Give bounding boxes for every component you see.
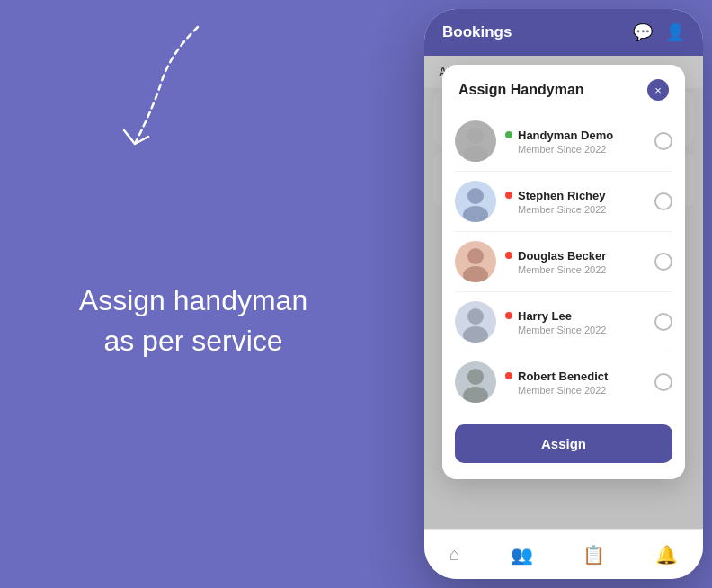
svg-point-2 xyxy=(467,188,484,204)
header-icons: 💬 👤 xyxy=(633,22,685,42)
handyman-name: Handyman Demo xyxy=(518,129,613,142)
avatar xyxy=(455,301,496,343)
svg-point-5 xyxy=(463,266,488,282)
radio-button[interactable] xyxy=(654,132,672,150)
hero-text: Assign handyman as per service xyxy=(79,281,307,361)
handyman-info: Stephen Richey Member Since 2022 xyxy=(505,189,645,215)
handyman-item[interactable]: Robert Benedict Member Since 2022 xyxy=(455,352,672,412)
handyman-name: Robert Benedict xyxy=(518,370,608,383)
handyman-info: Douglas Becker Member Since 2022 xyxy=(505,249,645,275)
handyman-info: Robert Benedict Member Since 2022 xyxy=(505,370,645,396)
member-since: Member Since 2022 xyxy=(505,325,645,335)
handyman-name: Harry Lee xyxy=(518,309,572,323)
svg-point-9 xyxy=(463,387,488,403)
handyman-item[interactable]: Douglas Becker Member Since 2022 xyxy=(455,232,672,292)
assign-modal: Assign Handyman × xyxy=(442,65,685,479)
modal-overlay: Assign Handyman × xyxy=(424,56,703,529)
modal-title: Assign Handyman xyxy=(458,82,584,98)
handyman-item[interactable]: Stephen Richey Member Since 2022 xyxy=(455,172,672,232)
radio-button[interactable] xyxy=(654,253,672,271)
status-dot-red xyxy=(505,252,512,259)
user-icon[interactable]: 👤 xyxy=(665,22,685,42)
svg-point-0 xyxy=(467,128,484,144)
phone-frame: Bookings 💬 👤 All ▼ Assign Handyman xyxy=(424,9,703,579)
status-dot-green xyxy=(505,131,512,138)
bookings-icon: 📋 xyxy=(583,544,605,566)
svg-point-8 xyxy=(467,369,484,385)
modal-header: Assign Handyman × xyxy=(442,65,685,111)
svg-point-3 xyxy=(463,206,488,222)
avatar xyxy=(455,181,496,222)
avatar xyxy=(455,120,496,162)
svg-point-4 xyxy=(467,248,484,264)
app-header: Bookings 💬 👤 xyxy=(424,9,703,56)
bottom-nav: ⌂ 👥 📋 🔔 xyxy=(424,529,703,579)
status-dot-red xyxy=(505,372,512,379)
close-button[interactable]: × xyxy=(647,79,669,101)
team-icon: 👥 xyxy=(511,544,533,566)
chat-icon[interactable]: 💬 xyxy=(633,22,653,42)
close-icon: × xyxy=(654,84,662,97)
member-since: Member Since 2022 xyxy=(505,264,645,275)
svg-point-7 xyxy=(463,326,488,343)
nav-item-notifications[interactable]: 🔔 xyxy=(650,539,683,571)
member-since: Member Since 2022 xyxy=(505,144,645,155)
home-icon: ⌂ xyxy=(449,544,460,565)
handyman-info: Handyman Demo Member Since 2022 xyxy=(505,129,645,155)
status-dot-red xyxy=(505,192,512,199)
member-since: Member Since 2022 xyxy=(505,204,645,215)
handyman-info: Harry Lee Member Since 2022 xyxy=(505,309,645,335)
status-dot-red xyxy=(505,312,512,319)
assign-btn-wrap: Assign xyxy=(442,412,685,479)
nav-item-home[interactable]: ⌂ xyxy=(444,539,466,570)
radio-button[interactable] xyxy=(654,192,672,210)
avatar xyxy=(455,241,496,282)
nav-item-team[interactable]: 👥 xyxy=(505,539,538,571)
radio-button[interactable] xyxy=(654,313,672,331)
bell-icon: 🔔 xyxy=(655,544,678,566)
handyman-name: Douglas Becker xyxy=(518,249,606,263)
left-panel: Assign handyman as per service xyxy=(0,0,387,588)
nav-item-bookings[interactable]: 📋 xyxy=(577,539,610,571)
app-content: All ▼ Assign Handyman × xyxy=(424,56,703,529)
svg-point-1 xyxy=(463,146,488,162)
handyman-item[interactable]: Handyman Demo Member Since 2022 xyxy=(455,111,672,172)
member-since: Member Since 2022 xyxy=(505,385,645,396)
app-title: Bookings xyxy=(442,23,512,41)
handyman-name: Stephen Richey xyxy=(518,189,606,202)
handyman-list: Handyman Demo Member Since 2022 xyxy=(442,111,685,412)
handyman-item[interactable]: Harry Lee Member Since 2022 xyxy=(455,292,672,352)
assign-button[interactable]: Assign xyxy=(455,424,672,463)
avatar xyxy=(455,361,496,403)
radio-button[interactable] xyxy=(654,373,672,391)
svg-point-6 xyxy=(467,308,484,325)
